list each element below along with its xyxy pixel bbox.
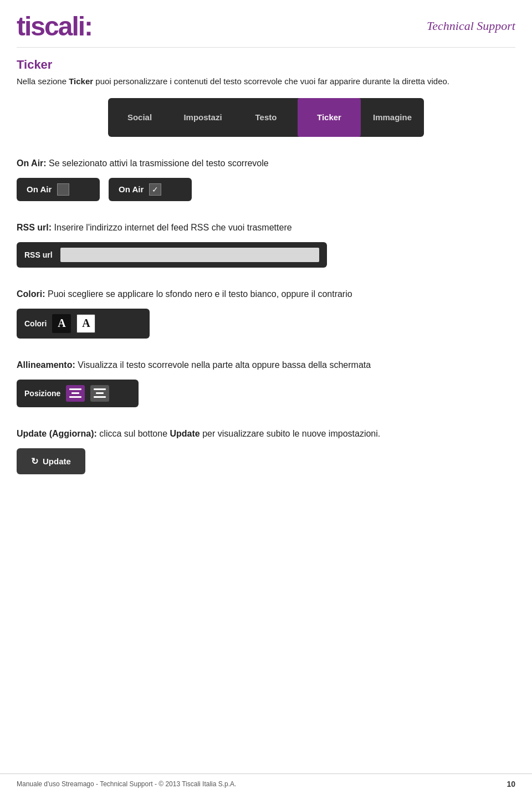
allineamento-title: Allineamento: Visualizza il testo scorre…	[17, 358, 515, 372]
rss-widget: RSS url	[17, 242, 327, 268]
logo: tiscali:	[17, 11, 92, 42]
on-air-checkbox-checked[interactable]: ✓	[149, 183, 161, 196]
update-button[interactable]: ↻ Update	[17, 448, 85, 474]
on-air-widget: On Air On Air ✓	[17, 178, 515, 201]
pos-lines-active	[69, 388, 81, 398]
tab-testo[interactable]: Testo	[234, 98, 298, 137]
pos-line-3	[69, 396, 81, 398]
ticker-title: Ticker	[17, 58, 515, 72]
colori-section: Colori: Puoi scegliere se applicare lo s…	[17, 288, 515, 339]
colori-light-option[interactable]: A	[76, 314, 95, 333]
technical-support-label: Technical Support	[427, 19, 515, 33]
tabs-bar: Social Impostazi Testo Ticker Immagine	[108, 98, 424, 137]
pos-line-1	[69, 388, 81, 390]
tab-ticker[interactable]: Ticker	[298, 98, 361, 137]
rss-input[interactable]	[60, 248, 319, 262]
footer-text: Manuale d'uso Streamago - Technical Supp…	[17, 780, 236, 788]
on-air-label-2: On Air	[119, 185, 144, 194]
tab-social[interactable]: Social	[108, 98, 171, 137]
colori-label: Colori	[24, 319, 47, 328]
allineamento-section: Allineamento: Visualizza il testo scorre…	[17, 358, 515, 407]
on-air-checkbox-unchecked[interactable]	[57, 183, 69, 196]
on-air-section: On Air: Se selezionato attivi la trasmis…	[17, 157, 515, 201]
update-title: Update (Aggiorna): clicca sul bottone Up…	[17, 427, 515, 440]
posizione-label: Posizione	[24, 389, 60, 398]
page-header: tiscali: Technical Support	[17, 11, 515, 48]
pos-line-4	[94, 388, 106, 390]
page-footer: Manuale d'uso Streamago - Technical Supp…	[0, 773, 532, 794]
colori-title: Colori: Puoi scegliere se applicare lo s…	[17, 288, 515, 301]
colori-dark-option[interactable]: A	[52, 314, 71, 333]
pos-line-6	[94, 396, 106, 398]
pos-line-5	[96, 392, 104, 394]
ticker-intro: Ticker Nella sezione Ticker puoi persona…	[17, 58, 515, 137]
pos-line-2	[71, 392, 79, 394]
posizione-top-icon[interactable]	[66, 385, 85, 402]
tab-immagine[interactable]: Immagine	[361, 98, 424, 137]
colori-widget: Colori A A	[17, 309, 150, 339]
ticker-description: Nella sezione Ticker puoi personalizzare…	[17, 75, 515, 88]
footer-page-number: 10	[507, 780, 515, 788]
on-air-title: On Air: Se selezionato attivi la trasmis…	[17, 157, 515, 170]
update-icon: ↻	[31, 456, 38, 467]
on-air-label-1: On Air	[27, 185, 52, 194]
on-air-box-checked[interactable]: On Air ✓	[109, 178, 192, 201]
rss-label: RSS url	[24, 250, 53, 259]
posizione-bottom-icon[interactable]	[90, 385, 109, 402]
update-section: Update (Aggiorna): clicca sul bottone Up…	[17, 427, 515, 474]
rss-section: RSS url: Inserire l'indirizzo internet d…	[17, 221, 515, 268]
rss-title: RSS url: Inserire l'indirizzo internet d…	[17, 221, 515, 234]
posizione-widget: Posizione	[17, 380, 139, 407]
tab-impostazi[interactable]: Impostazi	[171, 98, 234, 137]
update-button-label: Update	[43, 457, 71, 466]
pos-lines-inactive	[94, 388, 106, 398]
on-air-box-unchecked[interactable]: On Air	[17, 178, 100, 201]
